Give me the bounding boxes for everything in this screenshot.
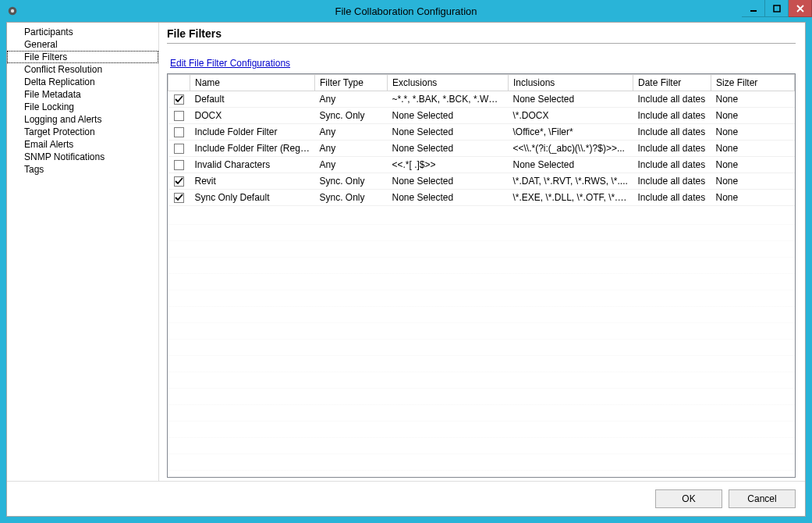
titlebar[interactable]: File Collaboration Configuration	[0, 0, 812, 22]
cell-inclusions: \Office*, \Filer*	[509, 124, 633, 141]
sidebar-item-file-metadata[interactable]: File Metadata	[7, 88, 158, 101]
svg-rect-2	[750, 10, 757, 12]
cell-filter-type: Any	[315, 124, 388, 141]
cell-filter-type: Sync. Only	[315, 190, 388, 206]
sidebar-item-snmp-notifications[interactable]: SNMP Notifications	[7, 151, 158, 163]
cell-size-filter: None	[711, 173, 795, 190]
cell-inclusions: None Selected	[509, 157, 633, 173]
cell-inclusions: \*.DAT, \*.RVT, \*.RWS, \*....	[509, 173, 633, 190]
cell-filter-type: Any	[315, 91, 388, 108]
cell-name: Include Folder Filter	[190, 124, 315, 141]
sidebar-item-participants[interactable]: Participants	[7, 26, 158, 38]
cell-exclusions: <<.*[ .]$>>	[388, 157, 509, 173]
table-row[interactable]: RevitSync. OnlyNone Selected\*.DAT, \*.R…	[168, 173, 795, 190]
cell-exclusions: None Selected	[388, 108, 509, 124]
window-title: File Collaboration Configuration	[0, 5, 812, 17]
row-checkbox[interactable]	[174, 160, 184, 170]
row-checkbox[interactable]	[174, 94, 184, 105]
cancel-button[interactable]: Cancel	[729, 489, 796, 508]
empty-rows-area	[168, 208, 795, 477]
maximize-button[interactable]	[765, 0, 789, 17]
cell-size-filter: None	[711, 157, 795, 173]
cell-exclusions: None Selected	[388, 190, 509, 206]
sidebar-item-delta-replication[interactable]: Delta Replication	[7, 76, 158, 88]
table-row[interactable]: Sync Only DefaultSync. OnlyNone Selected…	[168, 190, 795, 206]
cell-filter-type: Any	[315, 157, 388, 173]
cell-filter-type: Sync. Only	[315, 108, 388, 124]
cell-inclusions: \*.DOCX	[509, 108, 633, 124]
app-window: File Collaboration Configuration Partici…	[0, 0, 812, 523]
cell-date-filter: Include all dates	[633, 141, 711, 157]
cell-inclusions: None Selected	[509, 91, 633, 108]
cell-date-filter: Include all dates	[633, 124, 711, 141]
col-inclusions[interactable]: Inclusions	[509, 75, 633, 91]
caption-buttons	[742, 0, 812, 17]
col-size-filter[interactable]: Size Filter	[711, 75, 795, 91]
cell-inclusions: <<\\.*(?i:(_abc)(\\.*)?$)>>...	[509, 141, 633, 157]
table-row[interactable]: Include Folder Filter (Regex)AnyNone Sel…	[168, 141, 795, 157]
cell-size-filter: None	[711, 108, 795, 124]
cell-inclusions: \*.EXE, \*.DLL, \*.OTF, \*.T...	[509, 190, 633, 206]
cell-exclusions: ~*.*, *.BAK, *.BCK, *.WBK, ...	[388, 91, 509, 108]
row-checkbox[interactable]	[174, 127, 184, 137]
table-row[interactable]: Include Folder FilterAnyNone Selected\Of…	[168, 124, 795, 141]
cell-size-filter: None	[711, 91, 795, 108]
sidebar-item-target-protection[interactable]: Target Protection	[7, 126, 158, 138]
cell-name: Invalid Characters	[190, 157, 315, 173]
table-row[interactable]: DefaultAny~*.*, *.BAK, *.BCK, *.WBK, ...…	[168, 91, 795, 108]
cell-filter-type: Sync. Only	[315, 173, 388, 190]
sidebar: ParticipantsGeneralFile FiltersConflict …	[7, 23, 159, 481]
cell-exclusions: None Selected	[388, 173, 509, 190]
sidebar-item-logging-and-alerts[interactable]: Logging and Alerts	[7, 113, 158, 126]
cell-name: Include Folder Filter (Regex)	[190, 141, 315, 157]
svg-rect-3	[774, 5, 780, 12]
close-button[interactable]	[789, 0, 812, 17]
cell-exclusions: None Selected	[388, 124, 509, 141]
table-row[interactable]: Invalid CharactersAny<<.*[ .]$>>None Sel…	[168, 157, 795, 173]
table-header-row[interactable]: Name Filter Type Exclusions Inclusions D…	[168, 75, 795, 91]
col-date-filter[interactable]: Date Filter	[633, 75, 711, 91]
cell-name: Revit	[190, 173, 315, 190]
filter-table[interactable]: Name Filter Type Exclusions Inclusions D…	[167, 73, 796, 478]
row-checkbox[interactable]	[174, 144, 184, 154]
cell-name: Default	[190, 91, 315, 108]
client-area: ParticipantsGeneralFile FiltersConflict …	[6, 22, 806, 517]
cell-size-filter: None	[711, 141, 795, 157]
main-panel: File Filters Edit File Filter Configurat…	[159, 23, 805, 481]
cell-name: Sync Only Default	[190, 190, 315, 206]
sidebar-item-tags[interactable]: Tags	[7, 163, 158, 176]
cell-date-filter: Include all dates	[633, 108, 711, 124]
content-area: ParticipantsGeneralFile FiltersConflict …	[7, 23, 805, 482]
cell-date-filter: Include all dates	[633, 190, 711, 206]
cell-date-filter: Include all dates	[633, 91, 711, 108]
col-filter-type[interactable]: Filter Type	[315, 75, 388, 91]
sidebar-item-file-filters[interactable]: File Filters	[7, 51, 158, 63]
page-title: File Filters	[167, 26, 796, 44]
svg-point-1	[11, 9, 14, 12]
ok-button[interactable]: OK	[655, 489, 722, 508]
row-checkbox[interactable]	[174, 193, 184, 203]
sidebar-item-file-locking[interactable]: File Locking	[7, 101, 158, 113]
cell-exclusions: None Selected	[388, 141, 509, 157]
edit-filter-configs-link[interactable]: Edit File Filter Configurations	[167, 44, 290, 73]
cell-date-filter: Include all dates	[633, 157, 711, 173]
sidebar-item-conflict-resolution[interactable]: Conflict Resolution	[7, 63, 158, 76]
cell-size-filter: None	[711, 190, 795, 206]
col-name[interactable]: Name	[190, 75, 315, 91]
cell-name: DOCX	[190, 108, 315, 124]
row-checkbox[interactable]	[174, 176, 184, 187]
dialog-footer: OK Cancel	[7, 482, 805, 516]
cell-size-filter: None	[711, 124, 795, 141]
cell-date-filter: Include all dates	[633, 173, 711, 190]
col-check[interactable]	[168, 75, 190, 91]
app-icon	[6, 5, 19, 17]
col-exclusions[interactable]: Exclusions	[388, 75, 509, 91]
table-row[interactable]: DOCXSync. OnlyNone Selected\*.DOCXInclud…	[168, 108, 795, 124]
sidebar-item-general[interactable]: General	[7, 38, 158, 51]
row-checkbox[interactable]	[174, 111, 184, 121]
minimize-button[interactable]	[742, 0, 765, 17]
sidebar-item-email-alerts[interactable]: Email Alerts	[7, 138, 158, 151]
cell-filter-type: Any	[315, 141, 388, 157]
